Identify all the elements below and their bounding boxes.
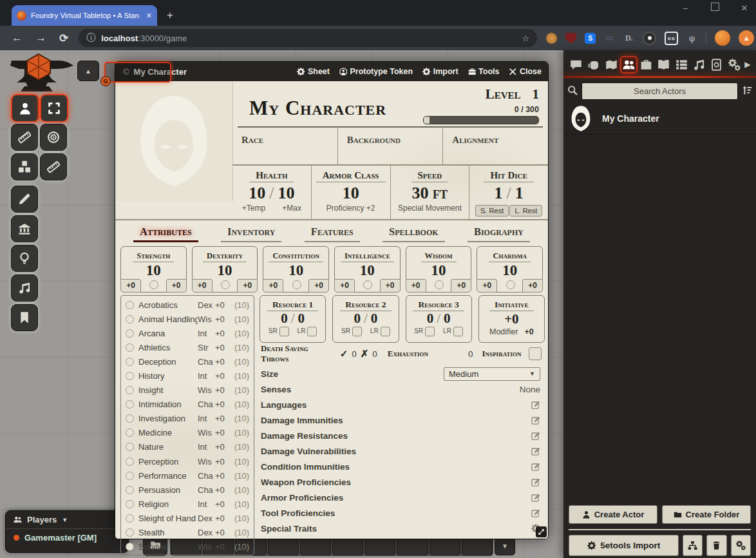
ability-check-mod[interactable]: +0 xyxy=(451,279,471,293)
skill-name[interactable]: Insight xyxy=(138,385,198,395)
skill-name[interactable]: History xyxy=(138,371,198,381)
create-actor-button[interactable]: Create Actor xyxy=(569,505,657,524)
sr-checkbox[interactable] xyxy=(279,327,289,336)
cookie-extension-icon[interactable] xyxy=(546,33,557,44)
skill-name[interactable]: Intimidation xyxy=(138,399,198,409)
skill-name[interactable]: Deception xyxy=(138,357,198,367)
grid-extension-icon[interactable]: ::: xyxy=(604,33,615,44)
lr-checkbox[interactable] xyxy=(307,327,317,336)
session-extension-icon[interactable]: S xyxy=(585,33,596,44)
ability-save-mod[interactable]: +0 xyxy=(334,279,355,293)
skill-name[interactable]: Nature xyxy=(138,442,198,452)
death-fail-icon[interactable]: ✗ xyxy=(361,348,369,360)
ability-proficiency-radio[interactable] xyxy=(149,280,158,289)
character-name[interactable]: My Character xyxy=(249,97,386,120)
skill-row[interactable]: Perception Wis +0 (10) xyxy=(126,454,249,468)
skill-proficiency-radio[interactable] xyxy=(126,528,134,537)
sr-checkbox[interactable] xyxy=(425,327,435,336)
close-sheet-button[interactable]: Close xyxy=(509,67,542,76)
eye-extension-icon[interactable] xyxy=(643,32,656,45)
lighting-tool-button[interactable] xyxy=(11,245,38,272)
tab-biography[interactable]: Biography xyxy=(468,226,530,242)
tab-settings[interactable] xyxy=(726,56,743,73)
tab-tables[interactable] xyxy=(673,56,690,73)
skill-row[interactable]: Performance Cha +0 (10) xyxy=(126,468,249,483)
maximize-button[interactable] xyxy=(708,3,721,13)
tools-button[interactable]: Tools xyxy=(468,67,500,76)
tab-actors[interactable] xyxy=(620,56,638,73)
size-select[interactable]: Medium▼ xyxy=(444,367,540,381)
template-tool-button[interactable] xyxy=(40,124,67,151)
skill-row[interactable]: Survival Wis +0 (10) xyxy=(126,540,249,554)
skill-name[interactable]: Persuasion xyxy=(138,485,198,495)
resource-max[interactable]: 0 xyxy=(371,311,378,326)
edit-icon[interactable] xyxy=(531,508,540,518)
players-header[interactable]: Players ▼ xyxy=(6,511,128,529)
ability-check-mod[interactable]: +0 xyxy=(237,279,258,293)
tab-combat[interactable] xyxy=(585,56,602,73)
skill-name[interactable]: Medicine xyxy=(138,428,198,438)
robot-extension-icon[interactable]: oo xyxy=(665,32,678,45)
edit-icon[interactable] xyxy=(531,430,540,441)
ability-proficiency-radio[interactable] xyxy=(363,280,372,289)
hp-max[interactable]: 10 xyxy=(278,184,294,202)
tab-compendium[interactable] xyxy=(708,56,725,73)
skill-row[interactable]: Investigation Int +0 (10) xyxy=(126,412,249,426)
ability-save-mod[interactable]: +0 xyxy=(192,279,213,293)
ability-save-mod[interactable]: +0 xyxy=(406,279,426,293)
skill-row[interactable]: Medicine Wis +0 (10) xyxy=(126,426,249,440)
skill-proficiency-radio[interactable] xyxy=(126,472,134,480)
ability-check-mod[interactable]: +0 xyxy=(522,279,543,293)
death-fail-count[interactable]: 0 xyxy=(372,349,377,359)
short-rest-button[interactable]: S. Rest xyxy=(475,205,509,216)
actor-list-item[interactable]: My Character xyxy=(563,103,756,135)
controls-collapse-button[interactable]: ▲ xyxy=(77,61,99,81)
hd-current[interactable]: 1 xyxy=(495,184,503,202)
skill-proficiency-radio[interactable] xyxy=(126,358,134,366)
edit-icon[interactable] xyxy=(531,492,540,503)
fork-extension-icon[interactable]: ψ xyxy=(686,33,697,44)
token-tool-button[interactable] xyxy=(11,94,39,122)
address-bar[interactable]: ⓘ localhost:30000/game ☆ xyxy=(79,29,537,47)
character-field[interactable]: Background xyxy=(338,128,444,164)
tab-playlists[interactable] xyxy=(690,56,708,73)
foundry-anvil-logo[interactable] xyxy=(3,53,75,94)
sr-checkbox[interactable] xyxy=(352,327,362,336)
edit-icon[interactable] xyxy=(531,461,540,472)
ability-check-mod[interactable]: +0 xyxy=(166,279,187,293)
sounds-tool-button[interactable] xyxy=(11,274,38,302)
speed-value[interactable]: 30 ft xyxy=(391,184,469,203)
ability-score[interactable]: 10 xyxy=(121,262,186,278)
notes-tool-button[interactable] xyxy=(11,304,38,331)
skill-proficiency-radio[interactable] xyxy=(126,343,134,352)
character-portrait[interactable] xyxy=(115,81,233,201)
search-input[interactable] xyxy=(581,82,738,100)
reload-button[interactable]: ⟳ xyxy=(59,32,68,45)
tab-journal[interactable] xyxy=(655,56,672,73)
minimize-button[interactable]: – xyxy=(679,3,692,13)
hp-temp-label[interactable]: +Temp xyxy=(242,204,265,213)
close-window-button[interactable]: ✕ xyxy=(738,3,751,13)
ability-score[interactable]: 10 xyxy=(477,262,542,278)
skill-proficiency-radio[interactable] xyxy=(126,301,134,309)
select-targets-tool-button[interactable] xyxy=(40,94,68,122)
window-resize-handle[interactable] xyxy=(536,526,547,537)
skill-row[interactable]: Acrobatics Dex +0 (10) xyxy=(126,298,249,312)
create-folder-button[interactable]: Create Folder xyxy=(662,505,751,524)
tab-spellbook[interactable]: Spellbook xyxy=(383,226,445,242)
lr-checkbox[interactable] xyxy=(453,327,463,336)
skill-name[interactable]: Acrobatics xyxy=(138,300,198,310)
hd-max[interactable]: 1 xyxy=(515,184,524,202)
long-rest-button[interactable]: L. Rest xyxy=(509,205,542,216)
player-row[interactable]: Gamemaster [GM] xyxy=(6,529,128,546)
skill-row[interactable]: Deception Cha +0 (10) xyxy=(126,354,249,369)
character-field[interactable]: Race xyxy=(232,128,338,164)
ability-score[interactable]: 10 xyxy=(335,262,400,278)
sheet-config-button[interactable]: Sheet xyxy=(297,67,330,76)
skill-proficiency-radio[interactable] xyxy=(126,428,134,437)
skill-proficiency-radio[interactable] xyxy=(126,500,134,508)
skill-name[interactable]: Perception xyxy=(138,457,198,467)
hotbar-page-down-button[interactable]: ▼ xyxy=(495,537,515,555)
prototype-token-button[interactable]: Prototype Token xyxy=(339,67,413,76)
resource-value[interactable]: 0 xyxy=(427,311,434,326)
